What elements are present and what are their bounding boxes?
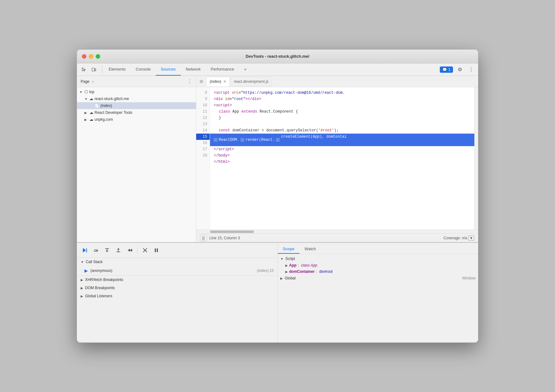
debug-section: ▼ Call Stack ▶ (anonymous) (index):15 ▶ … [77, 243, 278, 342]
dom-breakpoints-header[interactable]: ▶ DOM Breakpoints [77, 284, 278, 292]
more-options-button[interactable]: ⋮ [467, 65, 476, 74]
cursor-position: Line 15, Column 3 [209, 236, 441, 240]
scope-item-dom-container[interactable]: ▶ domContainer : div#root [278, 268, 478, 275]
svg-marker-12 [128, 249, 130, 252]
source-tabs-bar: ⊞ (index) ✕ react.development.js [196, 76, 478, 87]
scope-item-domcontainer-key: domContainer [289, 269, 315, 274]
split-editor-toggle[interactable]: ⊞ [197, 78, 205, 85]
tab-console[interactable]: Console [131, 63, 156, 76]
devtools-tabs: Elements Console Sources Network Perform… [104, 63, 440, 76]
settings-button[interactable]: ⚙ [455, 65, 464, 74]
devtools-container: Elements Console Sources Network Perform… [77, 63, 478, 342]
code-line-10: <script> [210, 102, 474, 109]
step-button[interactable] [126, 246, 133, 254]
line-num-11: 11 [196, 109, 210, 115]
cloud-icon: ☁ [89, 117, 93, 122]
code-lines[interactable]: <script src="https://unpkg.com/react-dom… [210, 87, 474, 230]
watch-tab[interactable]: Watch [299, 245, 321, 254]
toolbar-right: 💬 1 ⚙ ⋮ [440, 65, 476, 74]
scope-item-app[interactable]: ▶ App : class App [278, 262, 478, 268]
tab-more[interactable]: » [239, 63, 251, 76]
line-num-10: 10 [196, 102, 210, 109]
line-num-8: 8 [196, 90, 210, 96]
horizontal-scrollbar[interactable] [196, 230, 478, 233]
feedback-count: 1 [448, 67, 450, 72]
svg-rect-3 [86, 248, 87, 252]
line-num-13: 13 [196, 121, 210, 127]
svg-rect-11 [116, 252, 120, 252]
chevron-right-icon: ▶ [84, 111, 88, 114]
step-into-button[interactable] [103, 246, 111, 254]
chevron-down-icon: ▼ [79, 90, 83, 94]
step-over-button[interactable] [92, 246, 100, 254]
scope-content: ▼ Script ▶ App : class App ▶ domContaine… [278, 254, 478, 342]
scope-tab[interactable]: Scope [278, 245, 299, 254]
xhr-breakpoints-header[interactable]: ▶ XHR/fetch Breakpoints [77, 276, 278, 284]
chevron-right-icon: ▶ [285, 264, 288, 267]
pretty-print-button[interactable]: {} [200, 235, 207, 241]
source-tab-react[interactable]: react.development.js [230, 77, 272, 86]
step-out-button[interactable] [115, 246, 122, 254]
script-scope-header[interactable]: ▼ Script [278, 255, 478, 262]
source-tab-index[interactable]: (index) ✕ [206, 77, 230, 86]
scope-panel: Scope Watch ▼ Script ▶ App : class App [278, 243, 478, 342]
source-tab-react-label: react.development.js [234, 79, 269, 84]
sidebar-menu-button[interactable]: ⋮ [187, 78, 192, 84]
code-line-12: } [210, 115, 474, 121]
minimize-button[interactable] [89, 54, 93, 59]
global-listeners-header[interactable]: ▶ Global Listeners [77, 292, 278, 300]
tree-item-glitch[interactable]: ▼ ☁ react-stuck.glitch.me [77, 95, 196, 102]
traffic-lights [82, 54, 100, 59]
chevron-right-icon: ▶ [81, 294, 83, 298]
resume-button[interactable] [81, 246, 88, 254]
source-tab-index-label: (index) [210, 79, 221, 84]
chevron-down-icon: ▼ [280, 257, 283, 261]
devtools-window: DevTools - react-stuck.glitch.me/ E [77, 49, 478, 343]
tab-network[interactable]: Network [181, 63, 206, 76]
select-element-button[interactable] [79, 65, 88, 74]
feedback-icon: 💬 [442, 67, 447, 72]
pause-on-exception-button[interactable] [153, 246, 160, 254]
call-stack-item-anonymous[interactable]: ▶ (anonymous) (index):15 [77, 266, 278, 275]
line-num-12: 12 [196, 115, 210, 121]
close-button[interactable] [82, 54, 86, 59]
tree-item-unpkg[interactable]: ▶ ☁ unpkg.com [77, 116, 196, 123]
maximize-button[interactable] [96, 54, 100, 59]
global-scope-value: Window [462, 276, 476, 280]
feedback-button[interactable]: 💬 1 [440, 66, 453, 73]
line-num-18: 18 [196, 152, 210, 159]
coverage-dropdown[interactable]: Coverage: n/a ▼ [444, 236, 474, 241]
tree-item-glitch-label: react-stuck.glitch.me [94, 97, 129, 101]
sidebar-more-chevron: » [92, 80, 94, 83]
scope-item-app-colon: : [298, 263, 300, 268]
call-stack-item-location: (index):15 [257, 268, 274, 273]
scope-item-app-key: App [289, 263, 296, 268]
line-num-14: 14 [196, 127, 210, 134]
code-line-17: </body> [210, 152, 474, 159]
tab-elements[interactable]: Elements [104, 63, 131, 76]
code-line-13 [210, 121, 474, 127]
file-sidebar: Page » ⋮ ▼ ☐ top ▼ ☁ react-stuck.gl [77, 76, 196, 242]
code-line-9: <div id="root"></div> [210, 96, 474, 102]
breakpoints-section: ▶ XHR/fetch Breakpoints ▶ DOM Breakpoint… [77, 275, 278, 300]
tree-item-index[interactable]: ▶ 📄 (index) [77, 102, 196, 109]
svg-marker-2 [83, 248, 86, 252]
deactivate-breakpoints-button[interactable] [141, 246, 149, 254]
close-tab-button[interactable]: ✕ [223, 79, 226, 84]
global-scope-header[interactable]: ▶ Global Window [278, 275, 478, 282]
svg-marker-8 [106, 251, 108, 252]
call-stack-header[interactable]: ▼ Call Stack [77, 258, 278, 266]
tree-item-top[interactable]: ▼ ☐ top [77, 88, 196, 95]
device-toolbar-button[interactable] [89, 65, 98, 74]
code-line-8: <script src="https://unpkg.com/react-dom… [210, 90, 474, 96]
bottom-panel: ▼ Call Stack ▶ (anonymous) (index):15 ▶ … [77, 242, 478, 342]
svg-marker-13 [130, 249, 132, 252]
cloud-icon: ☁ [89, 110, 93, 115]
sidebar-header: Page » ⋮ [77, 76, 196, 87]
vertical-scrollbar[interactable] [474, 87, 478, 230]
tree-item-react-devtools[interactable]: ▶ ☁ React Developer Tools [77, 109, 196, 116]
sidebar-page-label: Page [81, 79, 89, 84]
tab-performance[interactable]: Performance [206, 63, 239, 76]
svg-rect-17 [157, 248, 158, 252]
tab-sources[interactable]: Sources [156, 63, 181, 76]
